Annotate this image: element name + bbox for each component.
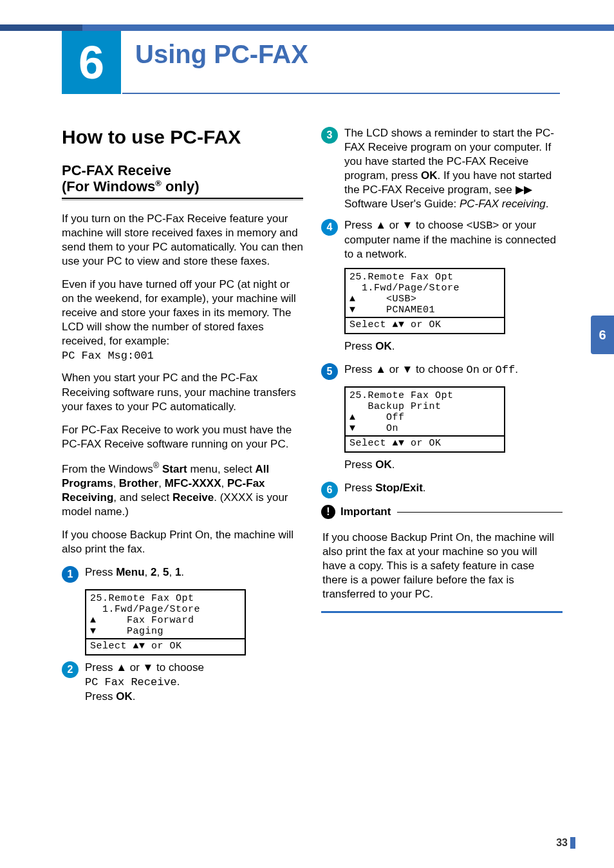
key-1: 1: [175, 566, 181, 578]
key-5: 5: [163, 566, 169, 578]
para-2: Even if you have turned off your PC (at …: [62, 278, 303, 348]
registered-icon: ®: [153, 460, 160, 470]
ok-key: OK: [421, 169, 438, 182]
t: Press: [344, 340, 375, 352]
chapter-underline: [122, 93, 560, 94]
press-ok-1: Press OK.: [344, 339, 563, 354]
t: .: [392, 340, 395, 352]
t: Press: [85, 690, 116, 703]
subsection-line2-post: only): [162, 178, 200, 194]
lcd1-l3: ▲ Fax Forward: [90, 615, 241, 626]
t: .: [423, 482, 426, 494]
brother-label: Brother: [119, 477, 158, 489]
mfc-model-label: MFC-XXXX: [165, 477, 221, 489]
step-badge-5: 5: [321, 363, 338, 380]
step-1-body: Press Menu, 2, 5, 1.: [85, 565, 303, 580]
lcd2-l4: ▼ PCNAME01: [349, 305, 500, 316]
step-badge-3: 3: [321, 127, 338, 144]
guide-ref: PC-FAX receiving: [460, 198, 546, 210]
step-badge-6: 6: [321, 482, 338, 498]
subsection-underline-2: [62, 200, 303, 200]
press-ok-2: Press OK.: [344, 458, 563, 472]
para5-pre: From the Windows: [62, 463, 153, 475]
t: Press ▲ or ▼ to choose: [85, 661, 204, 674]
subsection-underline: [62, 198, 303, 199]
step-4-body: Press ▲ or ▼ to choose <USB> or your com…: [344, 218, 563, 261]
subsection-title: PC-FAX Receive (For Windows® only): [62, 162, 303, 195]
lcd2-l1: 25.Remote Fax Opt: [349, 272, 500, 283]
step-badge-4: 4: [321, 219, 338, 236]
chapter-title: Using PC-FAX: [135, 40, 308, 69]
subsection-line1: PC-FAX Receive: [62, 162, 171, 178]
page-number: 33: [556, 837, 568, 849]
lcd-display-1: 25.Remote Fax Opt 1.Fwd/Page/Store ▲ Fax…: [85, 589, 246, 656]
lcd1-l4: ▼ Paging: [90, 626, 241, 637]
chapter-number: 6: [79, 36, 104, 89]
step-badge-2: 2: [62, 661, 79, 678]
t: Press: [85, 566, 116, 578]
lcd2-l2: 1.Fwd/Page/Store: [349, 283, 500, 294]
important-box: If you choose Backup Print On, the machi…: [321, 523, 563, 612]
para-4: For PC-Fax Receive to work you must have…: [62, 423, 303, 451]
key-2: 2: [151, 566, 156, 578]
para-6: If you choose Backup Print On, the machi…: [62, 528, 303, 556]
step-badge-1: 1: [62, 566, 79, 583]
ok-key: OK: [116, 690, 133, 703]
content-area: How to use PC-FAX PC-FAX Receive (For Wi…: [62, 122, 563, 710]
important-body: If you choose Backup Print On, the machi…: [322, 531, 561, 601]
t: , and select: [113, 491, 172, 504]
page-number-bar: [570, 837, 575, 849]
t: menu, select: [187, 463, 256, 475]
lcd-display-3: 25.Remote Fax Opt Backup Print ▲ Off ▼ O…: [344, 386, 505, 453]
important-heading: ! Important: [321, 505, 563, 519]
lcd2-b: Select ▲▼ or OK: [349, 319, 500, 330]
stop-exit-key: Stop/Exit: [375, 482, 423, 494]
t: .: [177, 675, 180, 688]
t: .: [546, 198, 549, 210]
step-2: 2 Press ▲ or ▼ to choose PC Fax Receive.…: [62, 661, 303, 704]
step-5: 5 Press ▲ or ▼ to choose On or Off.: [321, 363, 563, 380]
registered-icon: ®: [155, 178, 162, 188]
step-2-body: Press ▲ or ▼ to choose PC Fax Receive. P…: [85, 661, 303, 704]
step-3-body: The LCD shows a reminder to start the PC…: [344, 126, 563, 212]
para-3: When you start your PC and the PC-Fax Re…: [62, 371, 303, 413]
t: .: [181, 566, 184, 578]
t: ,: [157, 566, 163, 578]
important-rule: [397, 512, 563, 513]
step-4: 4 Press ▲ or ▼ to choose <USB> or your c…: [321, 218, 563, 261]
receive-label: Receive: [172, 491, 214, 504]
t: ,: [113, 477, 118, 489]
t: .: [515, 363, 518, 375]
lcd2-l3: ▲ <USB>: [349, 294, 500, 305]
t: ,: [158, 477, 164, 489]
chapter-thumb-tab: 6: [591, 316, 614, 354]
ok-key: OK: [375, 340, 392, 352]
right-column: 3 The LCD shows a reminder to start the …: [321, 122, 563, 710]
lcd1-l1: 25.Remote Fax Opt: [90, 593, 241, 604]
t: or: [479, 363, 496, 375]
important-label: Important: [340, 505, 391, 518]
t: ,: [169, 566, 174, 578]
lcd3-l4: ▼ On: [349, 423, 500, 434]
subsection-line2-pre: (For Windows: [62, 178, 155, 194]
lcd3-b: Select ▲▼ or OK: [349, 438, 500, 449]
step-6-body: Press Stop/Exit.: [344, 481, 563, 495]
chapter-number-box: 6: [62, 31, 121, 94]
header-band-dark: [0, 24, 82, 31]
side-tab-number: 6: [599, 328, 606, 343]
lcd3-l1: 25.Remote Fax Opt: [349, 390, 500, 401]
usb-option: <USB>: [467, 220, 499, 232]
step-6: 6 Press Stop/Exit.: [321, 481, 563, 498]
start-menu-label: Start: [159, 463, 187, 475]
lcd1-b: Select ▲▼ or OK: [90, 641, 241, 652]
t: .: [133, 690, 136, 703]
t: Press ▲ or ▼ to choose: [344, 363, 467, 375]
header-band: [0, 24, 614, 31]
off-option: Off: [496, 364, 516, 376]
t: Press: [344, 458, 375, 471]
lcd1-l2: 1.Fwd/Page/Store: [90, 604, 241, 615]
important-icon: !: [321, 505, 335, 519]
t: Press ▲ or ▼ to choose: [344, 219, 467, 231]
para-1: If you turn on the PC-Fax Receive featur…: [62, 212, 303, 269]
on-option: On: [467, 364, 479, 376]
